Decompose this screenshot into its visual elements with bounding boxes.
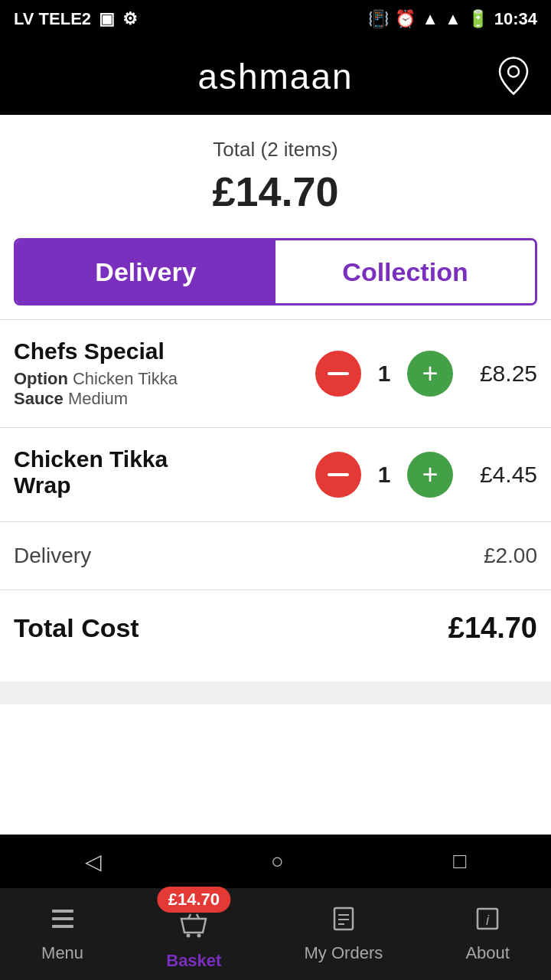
android-nav: ◁ ○ □ bbox=[0, 835, 551, 888]
basket-icon bbox=[178, 911, 209, 946]
item-price: £4.45 bbox=[468, 462, 537, 488]
item-info: Chicken TikkaWrap bbox=[14, 446, 315, 503]
menu-label: Menu bbox=[41, 943, 83, 963]
basket-badge: £14.70 bbox=[158, 887, 230, 913]
nav-item-myorders[interactable]: My Orders bbox=[305, 905, 383, 963]
delivery-row: Delivery £2.00 bbox=[0, 522, 551, 590]
total-amount: £14.70 bbox=[15, 168, 536, 215]
bottom-nav: Menu £14.70 Basket My Orders bbox=[0, 888, 551, 980]
total-cost-amount: £14.70 bbox=[448, 612, 537, 645]
total-cost-row: Total Cost £14.70 bbox=[0, 590, 551, 666]
increase-qty-button[interactable]: + bbox=[407, 351, 453, 397]
svg-point-5 bbox=[197, 934, 201, 938]
signal-icon: ▲ bbox=[445, 9, 461, 29]
item-controls: 1 + bbox=[315, 351, 453, 397]
svg-point-0 bbox=[508, 67, 519, 77]
total-cost-label: Total Cost bbox=[14, 613, 139, 643]
back-button[interactable]: ◁ bbox=[85, 849, 102, 874]
myorders-icon bbox=[330, 905, 357, 939]
item-name: Chefs Special bbox=[14, 338, 315, 364]
delivery-price: £2.00 bbox=[484, 544, 537, 568]
item-name: Chicken TikkaWrap bbox=[14, 446, 315, 498]
item-row: Chicken TikkaWrap 1 + £4.45 bbox=[0, 428, 551, 521]
wifi-icon: ▲ bbox=[422, 9, 439, 29]
basket-label: Basket bbox=[166, 951, 221, 971]
vibrate-icon: 📳 bbox=[368, 9, 389, 29]
option-label: Option bbox=[14, 369, 73, 388]
recents-button[interactable]: □ bbox=[453, 849, 466, 874]
location-button[interactable] bbox=[494, 54, 533, 100]
decrease-qty-button[interactable] bbox=[315, 452, 361, 498]
home-button[interactable]: ○ bbox=[271, 849, 284, 874]
myorders-label: My Orders bbox=[305, 943, 383, 963]
total-section: Total (2 items) £14.70 bbox=[0, 115, 551, 230]
decrease-qty-button[interactable] bbox=[315, 351, 361, 397]
svg-rect-2 bbox=[52, 917, 73, 920]
app-title: ashmaan bbox=[197, 56, 353, 97]
nav-item-about[interactable]: i About bbox=[465, 905, 510, 963]
time-display: 10:34 bbox=[494, 9, 537, 29]
app-header: ashmaan bbox=[0, 38, 551, 115]
status-left: LV TELE2 ▣ ⚙ bbox=[14, 9, 138, 29]
item-quantity: 1 bbox=[375, 462, 393, 488]
battery-icon: 🔋 bbox=[468, 9, 488, 29]
nav-item-basket[interactable]: £14.70 Basket bbox=[166, 897, 221, 971]
svg-point-4 bbox=[187, 934, 191, 938]
menu-icon bbox=[49, 905, 77, 939]
item-quantity: 1 bbox=[375, 361, 393, 387]
item-option: Option Chicken Tikka Sauce Medium bbox=[14, 369, 315, 409]
collection-toggle-btn[interactable]: Collection bbox=[276, 240, 535, 303]
nav-item-menu[interactable]: Menu bbox=[41, 905, 83, 963]
status-right: 📳 ⏰ ▲ ▲ 🔋 10:34 bbox=[368, 9, 537, 29]
android-icon: ⚙ bbox=[122, 9, 138, 29]
delivery-label: Delivery bbox=[14, 544, 91, 568]
increase-qty-button[interactable]: + bbox=[407, 452, 453, 498]
about-icon: i bbox=[474, 905, 501, 939]
about-label: About bbox=[465, 943, 510, 963]
carrier-text: LV TELE2 bbox=[14, 9, 91, 29]
item-row: Chefs Special Option Chicken Tikka Sauce… bbox=[0, 320, 551, 427]
svg-text:i: i bbox=[486, 913, 490, 928]
alarm-icon: ⏰ bbox=[395, 9, 416, 29]
item-controls: 1 + bbox=[315, 452, 453, 498]
total-label: Total (2 items) bbox=[15, 138, 536, 162]
status-bar: LV TELE2 ▣ ⚙ 📳 ⏰ ▲ ▲ 🔋 10:34 bbox=[0, 0, 551, 38]
order-type-toggle: Delivery Collection bbox=[14, 238, 537, 305]
item-price: £8.25 bbox=[468, 361, 537, 387]
delivery-toggle-btn[interactable]: Delivery bbox=[16, 240, 276, 303]
svg-rect-1 bbox=[52, 910, 73, 913]
sauce-label: Sauce bbox=[14, 389, 68, 408]
sim-icon: ▣ bbox=[99, 9, 115, 29]
svg-rect-3 bbox=[52, 925, 73, 928]
item-info: Chefs Special Option Chicken Tikka Sauce… bbox=[14, 338, 315, 409]
